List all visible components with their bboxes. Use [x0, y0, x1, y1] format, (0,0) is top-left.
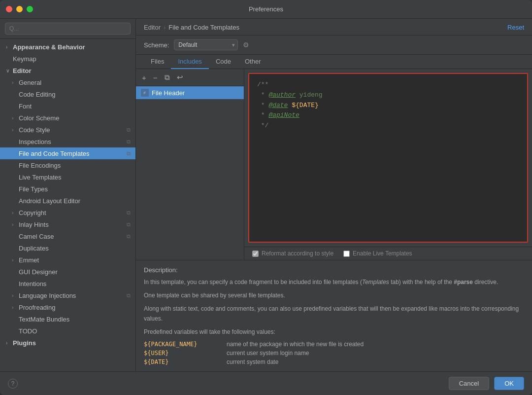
- tab-files[interactable]: Files: [144, 55, 171, 69]
- preferences-dialog: Preferences › Appearance & Behavior Keym…: [0, 0, 532, 395]
- close-button[interactable]: [6, 6, 12, 12]
- code-line-1: /**: [257, 80, 519, 90]
- sidebar-item-copyright[interactable]: › Copyright ⧉: [0, 207, 135, 218]
- search-input[interactable]: [5, 23, 131, 35]
- reset-template-button[interactable]: ↩: [175, 72, 185, 83]
- sidebar-item-live-templates[interactable]: Live Templates: [0, 171, 135, 183]
- sidebar-item-language-injections[interactable]: › Language Injections ⧉: [0, 289, 135, 301]
- copy-icon: ⧉: [127, 127, 131, 133]
- bottom-bar: ? Cancel OK: [0, 371, 532, 395]
- description-text-4: Predefined variables will take the follo…: [144, 327, 524, 337]
- tab-includes[interactable]: Includes: [171, 55, 208, 69]
- sidebar-item-code-style[interactable]: › Code Style ⧉: [0, 124, 135, 136]
- cancel-button[interactable]: Cancel: [449, 377, 489, 390]
- chevron-down-icon: ∨: [6, 68, 12, 73]
- maximize-button[interactable]: [27, 6, 33, 12]
- chevron-right-icon: ›: [12, 222, 18, 227]
- sidebar-item-file-types[interactable]: File Types: [0, 183, 135, 195]
- description-title: Description:: [144, 266, 524, 274]
- remove-template-button[interactable]: −: [151, 72, 160, 83]
- sidebar-item-label: Camel Case: [19, 233, 54, 240]
- description-text-1: In this template, you can specify a code…: [144, 278, 524, 287]
- breadcrumb-current: File and Code Templates: [168, 24, 239, 31]
- chevron-right-icon: ›: [12, 293, 18, 298]
- sidebar-item-intentions[interactable]: Intentions: [0, 278, 135, 289]
- breadcrumb-parent: Editor: [144, 24, 161, 31]
- ok-button[interactable]: OK: [494, 377, 524, 390]
- sidebar-item-label: Font: [19, 103, 32, 110]
- sidebar-item-code-editing[interactable]: Code Editing: [0, 88, 135, 100]
- sidebar-item-color-scheme[interactable]: › Color Scheme: [0, 112, 135, 124]
- sidebar-item-font[interactable]: Font: [0, 100, 135, 112]
- help-button[interactable]: ?: [8, 379, 18, 389]
- live-templates-checkbox-row[interactable]: Enable Live Templates: [343, 250, 412, 257]
- sidebar-item-label: GUI Designer: [19, 268, 58, 276]
- sidebar-item-android-layout[interactable]: Android Layout Editor: [0, 195, 135, 207]
- sidebar-item-label: General: [19, 79, 41, 86]
- sidebar-item-general[interactable]: › General: [0, 76, 135, 88]
- sidebar-item-appearance[interactable]: › Appearance & Behavior: [0, 41, 135, 53]
- sidebar-item-label: Language Injections: [19, 292, 76, 299]
- var-name-date: ${DATE}: [144, 359, 223, 365]
- window-title: Preferences: [249, 5, 283, 13]
- sidebar-item-label: Keymap: [13, 55, 36, 63]
- gear-button[interactable]: ⚙: [243, 41, 249, 49]
- code-area: /** * @author yideng * @date ${DATE} * @…: [244, 69, 532, 260]
- chevron-right-icon: ›: [12, 80, 18, 85]
- sidebar-item-file-encodings[interactable]: File Encodings: [0, 159, 135, 171]
- sidebar-item-label: TODO: [19, 327, 37, 335]
- copy-icon: ⧉: [127, 139, 131, 145]
- tab-code[interactable]: Code: [209, 55, 238, 69]
- templates-area: + − ⧉ ↩ F File Header /**: [136, 69, 532, 260]
- live-templates-checkbox[interactable]: [343, 251, 350, 257]
- code-line-3: * @date ${DATE}: [257, 101, 519, 111]
- sidebar-item-todo[interactable]: TODO: [0, 325, 135, 337]
- sidebar-item-label: Inlay Hints: [19, 221, 49, 228]
- breadcrumb-separator: ›: [164, 24, 166, 31]
- minimize-button[interactable]: [16, 6, 23, 12]
- copy-icon: ⧉: [127, 150, 131, 157]
- tabs-row: Files Includes Code Other: [136, 55, 532, 69]
- template-item-label: File Header: [152, 89, 185, 97]
- sidebar-item-proofreading[interactable]: › Proofreading: [0, 301, 135, 313]
- reformat-checkbox-row[interactable]: Reformat according to style: [252, 250, 333, 257]
- var-desc-package: name of the package in which the new fil…: [227, 341, 524, 348]
- sidebar-item-camel-case[interactable]: Camel Case ⧉: [0, 230, 135, 242]
- var-name-user: ${USER}: [144, 350, 223, 357]
- copy-icon: ⧉: [127, 233, 131, 240]
- chevron-right-icon: ›: [12, 210, 18, 215]
- sidebar-item-keymap[interactable]: Keymap: [0, 53, 135, 65]
- sidebar-item-duplicates[interactable]: Duplicates: [0, 242, 135, 254]
- sidebar-item-inlay-hints[interactable]: › Inlay Hints ⧉: [0, 218, 135, 230]
- reformat-checkbox[interactable]: [252, 251, 259, 257]
- sidebar-item-gui-designer[interactable]: GUI Designer: [0, 266, 135, 278]
- var-desc-user: current user system login name: [227, 350, 524, 357]
- chevron-right-icon: ›: [12, 305, 18, 310]
- description-area: Description: In this template, you can s…: [136, 260, 532, 371]
- copy-icon: ⧉: [127, 210, 131, 216]
- sidebar-item-editor[interactable]: ∨ Editor: [0, 65, 135, 76]
- sidebar-item-label: File Types: [19, 185, 48, 193]
- copy-template-button[interactable]: ⧉: [163, 72, 172, 83]
- sidebar-item-label: Copyright: [19, 209, 46, 216]
- template-item-file-header[interactable]: F File Header: [136, 86, 244, 99]
- code-line-5: */: [257, 121, 519, 131]
- reset-button[interactable]: Reset: [507, 24, 524, 31]
- title-bar: Preferences: [0, 0, 532, 19]
- scheme-label: Scheme:: [144, 41, 169, 49]
- sidebar-item-emmet[interactable]: › Emmet: [0, 254, 135, 266]
- tab-other[interactable]: Other: [238, 55, 268, 69]
- sidebar-item-inspections[interactable]: Inspections ⧉: [0, 136, 135, 147]
- sidebar-item-plugins[interactable]: › Plugins: [0, 337, 135, 349]
- code-editor[interactable]: /** * @author yideng * @date ${DATE} * @…: [248, 73, 528, 243]
- sidebar-item-label: File Encodings: [19, 162, 61, 169]
- scheme-select[interactable]: Default: [174, 39, 238, 50]
- add-template-button[interactable]: +: [140, 72, 148, 83]
- chevron-right-icon: ›: [12, 115, 18, 121]
- panel-header: Editor › File and Code Templates Reset: [136, 19, 532, 36]
- live-templates-label: Enable Live Templates: [353, 250, 412, 257]
- sidebar-item-textmate[interactable]: TextMate Bundles: [0, 313, 135, 325]
- chevron-right-icon: ›: [12, 257, 18, 263]
- sidebar-item-file-code-templates[interactable]: File and Code Templates ⧉: [0, 147, 135, 159]
- sidebar-item-label: Emmet: [19, 256, 39, 264]
